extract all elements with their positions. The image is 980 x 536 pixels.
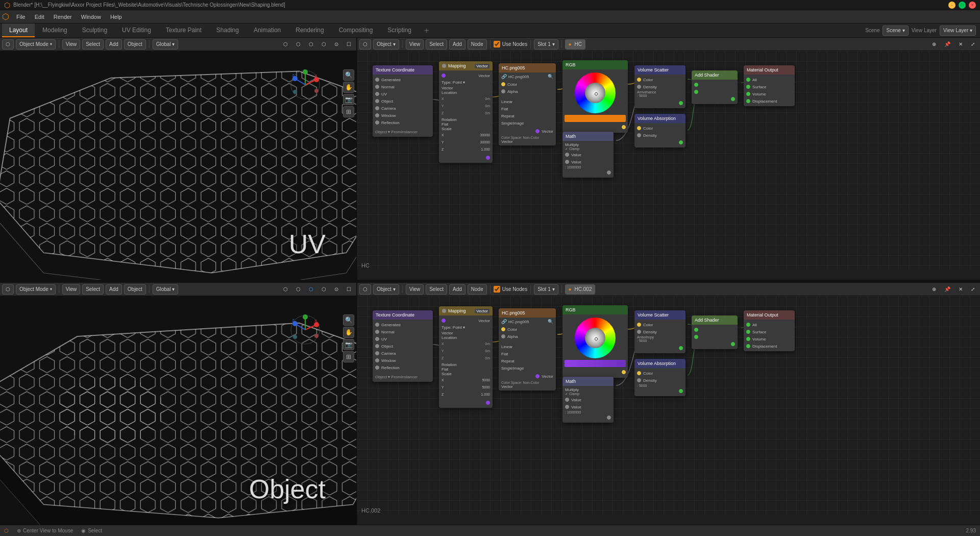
node-view-top[interactable]: View <box>406 39 424 50</box>
node-fullscreen-bottom[interactable]: ⤢ <box>968 284 978 295</box>
tab-modeling[interactable]: Modeling <box>35 23 75 37</box>
view-layer-selector[interactable]: View Layer ▾ <box>940 26 976 36</box>
magnify-btn-top[interactable]: 🔍 <box>343 69 354 81</box>
tab-layout[interactable]: Layout <box>2 23 35 37</box>
viewport-shading-solid-bot[interactable]: ⬡ <box>293 284 304 295</box>
viewport-shading-render-top[interactable]: ⬡ <box>318 39 329 50</box>
viewport-shading-wire-top[interactable]: ⬡ <box>280 39 291 50</box>
viewport-shading-solid-top[interactable]: ⬡ <box>293 39 304 50</box>
view-btn-bottom[interactable]: View <box>62 284 81 295</box>
node-math-bottom[interactable]: Math Multiply ✓ Clamp Value Value : 1000… <box>562 377 614 423</box>
node-add-bottom[interactable]: Add <box>449 284 465 295</box>
node-rgb-bottom[interactable]: RGB <box>562 305 628 378</box>
node-close-top[interactable]: ✕ <box>955 39 966 50</box>
menu-file[interactable]: File <box>12 13 30 21</box>
hand-btn-bot[interactable]: ✋ <box>343 327 354 338</box>
viewport-xray-bot[interactable]: ☐ <box>344 284 354 295</box>
node-close-bottom[interactable]: ✕ <box>955 284 966 295</box>
viewport-shading-mat-top[interactable]: ⬡ <box>306 39 316 50</box>
node-view-bottom[interactable]: View <box>406 284 424 295</box>
material-selector-top[interactable]: ● HC <box>565 39 586 50</box>
viewport-xray-top[interactable]: ☐ <box>344 39 354 50</box>
node-mat-output-top[interactable]: Material Output All Surface Volume Displ… <box>744 65 795 106</box>
slot-btn-top[interactable]: Slot 1 ▾ <box>534 39 558 50</box>
node-mapping-bottom[interactable]: Mapping Vector Vector Type: Point ▾ Vect… <box>439 306 493 408</box>
minimize-button[interactable]: - <box>948 2 955 9</box>
tab-rendering[interactable]: Rendering <box>288 23 331 37</box>
node-add-shader-top[interactable]: Add Shader <box>692 70 738 104</box>
select-btn-top[interactable]: Select <box>82 39 104 50</box>
node-editor-type-top[interactable]: ⬡ <box>359 39 371 50</box>
tab-uv-editing[interactable]: UV Editing <box>115 23 158 37</box>
node-pin-bottom[interactable]: 📌 <box>941 284 953 295</box>
tab-scripting[interactable]: Scripting <box>380 23 419 37</box>
node-hc-img-top[interactable]: HC.png005 🔗 HC.png005 🔍 Color Alpha Line… <box>499 63 556 145</box>
tab-animation[interactable]: Animation <box>247 23 288 37</box>
camera-btn-bot[interactable]: 📷 <box>343 339 354 350</box>
slot-btn-bottom[interactable]: Slot 1 ▾ <box>534 284 558 295</box>
object-btn-bottom[interactable]: Object <box>124 284 146 295</box>
node-editor-type-bottom[interactable]: ⬡ <box>359 284 371 295</box>
node-hc-img-bottom[interactable]: HC.png005 🔗 HC.png005 🔍 Color Alpha Line… <box>499 308 556 391</box>
menu-render[interactable]: Render <box>50 13 76 21</box>
node-context-top[interactable]: Object ▾ <box>373 39 399 50</box>
node-pin-top[interactable]: 📌 <box>941 39 953 50</box>
viewport-shading-render-bot[interactable]: ⬡ <box>318 284 329 295</box>
node-add-shader-bottom[interactable]: Add Shader <box>692 315 738 349</box>
node-zoom-top[interactable]: ⊕ <box>929 39 939 50</box>
object-mode-btn-top[interactable]: Object Mode ▾ <box>16 39 56 50</box>
node-vol-absorb-top[interactable]: Volume Absorption Color Density <box>634 114 685 148</box>
viewport-overlay-top[interactable]: ⊙ <box>331 39 341 50</box>
node-texture-coord-top[interactable]: Texture Coordinate Generated Normal UV O… <box>373 65 433 137</box>
add-btn-bottom[interactable]: Add <box>106 284 122 295</box>
viewport-shading-wire-bot[interactable]: ⬡ <box>280 284 291 295</box>
transform-btn-bottom[interactable]: Global ▾ <box>153 284 179 295</box>
tab-shading[interactable]: Shading <box>209 23 246 37</box>
node-context-bottom[interactable]: Object ▾ <box>373 284 399 295</box>
menu-window[interactable]: Window <box>77 13 105 21</box>
node-node-bottom[interactable]: Node <box>468 284 487 295</box>
tab-sculpting[interactable]: Sculpting <box>75 23 114 37</box>
node-add-top[interactable]: Add <box>449 39 465 50</box>
magnify-btn-bot[interactable]: 🔍 <box>343 314 354 326</box>
grid-btn-bot[interactable]: ⊞ <box>343 351 354 362</box>
object-mode-btn-bottom[interactable]: Object Mode ▾ <box>16 284 56 295</box>
hand-btn-top[interactable]: ✋ <box>343 82 354 93</box>
use-nodes-checkbox-top[interactable] <box>494 41 500 47</box>
node-mat-output-bottom[interactable]: Material Output All Surface Volume Displ… <box>744 310 795 351</box>
editor-type-btn-bottom[interactable]: ⬡ <box>2 284 14 295</box>
add-btn-top[interactable]: Add <box>106 39 122 50</box>
node-select-top[interactable]: Select <box>426 39 447 50</box>
node-rgb-top[interactable]: RGB <box>562 60 628 133</box>
node-vol-scatter-bottom[interactable]: Volume Scatter Color Density Anisotropy … <box>634 310 685 353</box>
view-btn-top[interactable]: View <box>62 39 81 50</box>
tab-compositing[interactable]: Compositing <box>332 23 380 37</box>
grid-btn-top[interactable]: ⊞ <box>343 106 354 117</box>
tab-texture-paint[interactable]: Texture Paint <box>159 23 209 37</box>
node-vol-absorb-bottom[interactable]: Volume Absorption Color Density : 5000 <box>634 359 685 396</box>
object-btn-top[interactable]: Object <box>124 39 146 50</box>
camera-btn-top[interactable]: 📷 <box>343 94 354 105</box>
transform-btn-top[interactable]: Global ▾ <box>153 39 179 50</box>
node-select-bottom[interactable]: Select <box>426 284 447 295</box>
viewport-overlay-bot[interactable]: ⊙ <box>331 284 341 295</box>
node-node-top[interactable]: Node <box>468 39 487 50</box>
node-fullscreen-top[interactable]: ⤢ <box>968 39 978 50</box>
node-label: Mapping <box>448 308 466 313</box>
editor-type-btn-top[interactable]: ⬡ <box>2 39 14 50</box>
node-mapping-top[interactable]: Mapping Vector Vector Type: Point ▾ Vect… <box>439 61 493 163</box>
add-workspace-button[interactable]: + <box>419 23 434 37</box>
maximize-button[interactable]: □ <box>959 2 966 9</box>
node-math-top[interactable]: Math Multiply ✓ Clamp Value Value : 1000… <box>562 132 614 178</box>
menu-edit[interactable]: Edit <box>31 13 48 21</box>
node-vol-scatter-top[interactable]: Volume Scatter Color Density Arrivehance… <box>634 65 685 108</box>
close-button[interactable]: × <box>969 2 976 9</box>
viewport-shading-mat-bot[interactable]: ⬡ <box>306 284 316 295</box>
use-nodes-checkbox-bottom[interactable] <box>494 286 500 293</box>
select-btn-bottom[interactable]: Select <box>82 284 104 295</box>
node-zoom-bottom[interactable]: ⊕ <box>929 284 939 295</box>
scene-selector[interactable]: Scene ▾ <box>883 26 908 36</box>
menu-help[interactable]: Help <box>106 13 126 21</box>
material-selector-bottom[interactable]: ● HC.002 <box>565 284 596 295</box>
node-texture-coord-bottom[interactable]: Texture Coordinate Generated Normal UV O… <box>373 310 433 382</box>
